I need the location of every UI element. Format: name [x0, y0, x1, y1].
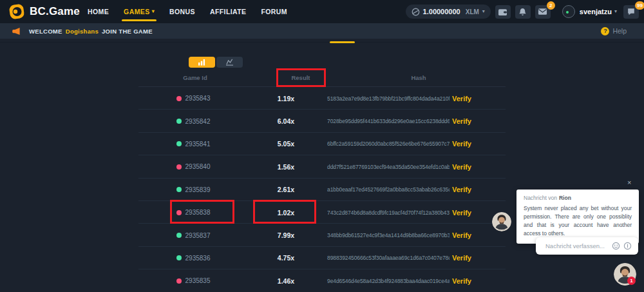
nav-item-affiliate[interactable]: AFFILIATE	[210, 8, 246, 15]
result-value: 1.19x	[260, 87, 312, 110]
currency-label: XLM	[466, 8, 479, 15]
hash-value: 348bb9db61527e4c9f3e4a1414d9b8ba66ce8970…	[327, 224, 450, 246]
green-status-dot	[176, 141, 182, 146]
table-row-2935840[interactable]: 29358401.56xddd7f521e87769103ecf94ea35da…	[138, 155, 506, 178]
help-link[interactable]: ? Help	[601, 23, 627, 39]
account-menu[interactable]: svenjatzu ▾	[580, 8, 617, 15]
nav-item-forum[interactable]: FORUM	[261, 8, 287, 15]
red-status-dot	[176, 210, 182, 215]
nav-item-label: FORUM	[261, 8, 287, 15]
envelope-icon	[538, 8, 547, 15]
result-value: 1.46x	[260, 269, 312, 292]
chat-message-input[interactable]	[536, 242, 612, 249]
welcome-suffix: JOIN THE GAME	[102, 28, 153, 35]
verify-link[interactable]: Verify	[452, 224, 491, 246]
red-status-dot	[176, 96, 182, 101]
game-id: 2935842	[185, 118, 211, 125]
verify-link[interactable]: Verify	[452, 201, 491, 224]
table-row-2935843[interactable]: 29358431.19x5183a2ea7e9d8e13fb79bbf21bc9…	[138, 87, 506, 110]
chat-message-card: Nachricht vonRion System never placed an…	[516, 190, 639, 244]
hash-value: 8988392450666c53f30afaaaea69c1d6a7c0407e…	[327, 247, 450, 269]
wallet-button[interactable]	[495, 5, 511, 19]
column-header-hash: Hash	[386, 74, 451, 81]
nav-item-bonus[interactable]: BONUS	[169, 8, 195, 15]
result-value: 2.61x	[260, 179, 312, 201]
bc-game-page: BC.Game HOMEGAMES▾BONUSAFFILIATEFORUM 1.…	[0, 0, 644, 292]
navbar-right: 1.00000000 XLM ▾ 2	[406, 0, 639, 23]
close-icon[interactable]: ×	[627, 179, 631, 186]
welcome-prefix: WELCOME	[29, 28, 62, 35]
game-id: 2935838	[185, 209, 211, 216]
notifications-button[interactable]	[515, 5, 531, 19]
verify-link[interactable]: Verify	[452, 155, 491, 178]
bell-icon	[518, 8, 527, 16]
mail-button[interactable]: 2	[535, 5, 551, 19]
green-status-dot	[176, 255, 182, 260]
game-id: 2935839	[185, 186, 211, 193]
game-id-cell: 2935841	[158, 133, 229, 155]
user-avatar[interactable]	[562, 5, 575, 18]
mail-badge: 2	[547, 1, 555, 10]
chat-launcher-badge: 1	[627, 277, 636, 285]
megaphone-icon	[12, 27, 21, 35]
top-navbar: BC.Game HOMEGAMES▾BONUSAFFILIATEFORUM 1.…	[0, 0, 644, 23]
content-divider	[0, 42, 644, 43]
verify-link[interactable]: Verify	[452, 247, 491, 269]
nav-item-label: GAMES	[124, 8, 150, 15]
game-history-table: Game Id Result Hash 29358431.19x5183a2ea…	[138, 70, 506, 292]
table-row-2935835[interactable]: 29358351.46x9e4d6546d4e58a42d3b4f924883b…	[138, 269, 506, 292]
game-id-cell: 2935836	[158, 247, 229, 269]
table-header-row: Game Id Result Hash	[138, 70, 506, 87]
balance-selector[interactable]: 1.00000000 XLM ▾	[406, 5, 491, 19]
sender-avatar	[492, 212, 511, 231]
game-id: 2935836	[185, 255, 211, 262]
game-id-cell: 2935837	[158, 224, 229, 246]
bar-chart-icon	[198, 59, 206, 66]
verify-link[interactable]: Verify	[452, 179, 491, 201]
game-id-cell: 2935838	[158, 201, 229, 224]
emoji-icon[interactable]	[612, 242, 620, 250]
green-status-dot	[176, 119, 182, 124]
caret-down-icon: ▾	[614, 9, 617, 14]
table-row-2935839[interactable]: 29358392.61xa1bb0eaaf17ed4527669f2a0bba8…	[138, 179, 506, 201]
chat-toggle-button[interactable]: 99	[623, 5, 639, 19]
table-row-2935841[interactable]: 29358415.05x6bffc2a59159d2060d0abc85f526…	[138, 133, 506, 155]
active-tab-indicator	[330, 41, 355, 43]
info-icon[interactable]	[623, 242, 632, 250]
username: svenjatzu	[580, 8, 612, 15]
trend-view-button[interactable]	[216, 57, 243, 68]
message-sender: Rion	[559, 195, 571, 201]
xlm-coin-icon	[412, 8, 420, 16]
table-row-2935838[interactable]: 29358381.02x743c2d874b6d8a8dcdf9fc19acf4…	[138, 201, 506, 224]
game-id: 2935835	[185, 277, 211, 284]
verify-link[interactable]: Verify	[452, 269, 491, 292]
game-id-cell: 2935839	[158, 179, 229, 201]
trend-chart-icon	[225, 59, 234, 66]
lion-logo-icon	[8, 3, 25, 20]
main-nav: HOMEGAMES▾BONUSAFFILIATEFORUM	[88, 0, 287, 23]
table-row-2935836[interactable]: 29358364.75x8988392450666c53f30afaaaea69…	[138, 247, 506, 269]
welcome-message: WELCOME Dogishans JOIN THE GAME	[12, 23, 153, 39]
brand-logo[interactable]: BC.Game	[8, 3, 80, 20]
result-value: 7.99x	[260, 224, 312, 246]
nav-item-home[interactable]: HOME	[88, 8, 109, 15]
verify-link[interactable]: Verify	[452, 110, 491, 132]
red-status-dot	[176, 164, 182, 170]
bar-chart-view-button[interactable]	[189, 57, 215, 68]
chat-message-title: Nachricht vonRion	[524, 195, 632, 201]
history-view-toggle	[189, 57, 243, 68]
verify-link[interactable]: Verify	[452, 133, 491, 155]
message-title-text: Nachricht von	[524, 195, 557, 201]
brand-name: BC.Game	[30, 5, 80, 18]
chat-message-body: System never placed any bet without your…	[524, 204, 632, 238]
game-id: 2935843	[185, 95, 211, 102]
hash-value: 6bffc2a59159d2060d0abc85f526e6be676e5590…	[327, 133, 450, 155]
red-status-dot	[176, 278, 182, 284]
caret-down-icon: ▾	[482, 9, 485, 14]
verify-link[interactable]: Verify	[452, 87, 491, 110]
table-row-2935842[interactable]: 29358426.04x7028be95dd95f441b633d6d296e0…	[138, 110, 506, 132]
nav-item-games[interactable]: GAMES▾	[124, 8, 155, 15]
game-id: 2935840	[185, 163, 211, 170]
welcome-player-name[interactable]: Dogishans	[66, 28, 99, 35]
table-row-2935837[interactable]: 29358377.99x348bb9db61527e4c9f3e4a1414d9…	[138, 224, 506, 246]
